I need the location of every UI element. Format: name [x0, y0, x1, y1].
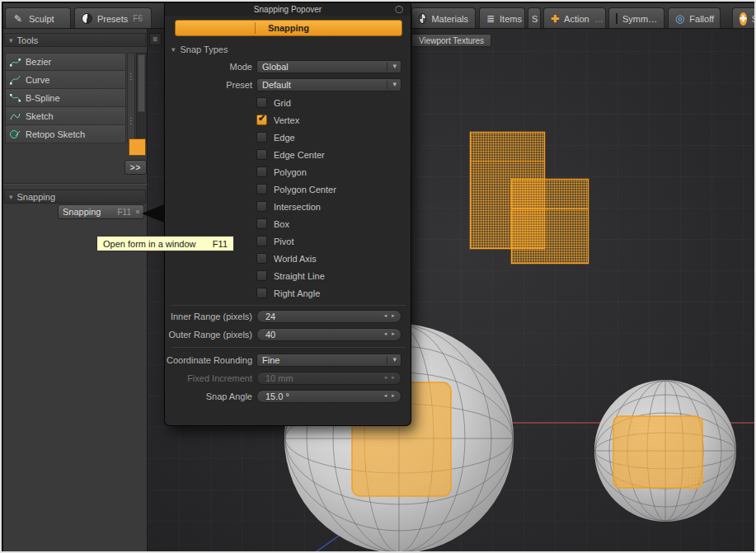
selected-cube-front[interactable]: [511, 179, 589, 264]
checkbox-label: Pivot: [274, 237, 293, 246]
tools-section-header[interactable]: ▾ Tools: [4, 33, 146, 47]
tab-materials-label: Materials: [431, 14, 468, 24]
tab-items[interactable]: ≣ Items: [479, 7, 525, 29]
coordinate-rounding-label: Coordinate Rounding: [165, 354, 252, 367]
selected-faces-small-sphere[interactable]: [613, 416, 702, 488]
expand-panel-button[interactable]: >>: [124, 160, 147, 175]
checkbox-label: Edge Center: [274, 150, 325, 160]
tool-item-bspline[interactable]: B-Spline: [5, 89, 126, 107]
checkbox-straight-line[interactable]: ✔: [256, 270, 267, 281]
checkbox-polygon[interactable]: ✔: [256, 166, 267, 177]
snap-type-row-box: ✔ Box: [256, 218, 289, 230]
symmetry-icon: [616, 13, 617, 24]
checkbox-label: Polygon Center: [274, 185, 336, 194]
snapping-popup-button[interactable]: Snapping F11: [58, 204, 144, 219]
items-list-icon: ≣: [486, 13, 495, 25]
snapping-toggle-button[interactable]: Snapping: [175, 20, 402, 36]
curve-icon: [10, 74, 21, 85]
mode-value: Global: [262, 62, 289, 72]
tool-item-label: Sketch: [26, 111, 54, 121]
snap-angle-field[interactable]: 15.0 ° ◄ ►: [256, 390, 401, 403]
tab-presets[interactable]: Presets F6: [74, 7, 152, 29]
snapping-popover: Snapping Popover ◯ Snapping ▾ Snap Types…: [164, 3, 411, 426]
cube-edge-line: [471, 161, 544, 162]
snapping-section-header[interactable]: ▾ Snapping: [4, 190, 146, 204]
mode-label: Mode: [165, 60, 252, 73]
active-color-swatch[interactable]: [129, 138, 146, 156]
tab-fragment-right[interactable]: ✚ S: [732, 7, 756, 29]
popover-divider: [171, 305, 406, 306]
preset-label: Preset: [165, 78, 252, 91]
tooltip-shortcut: F11: [213, 239, 228, 249]
sphere-mesh-small[interactable]: [594, 379, 737, 523]
checkbox-polygon-center[interactable]: ✔: [256, 184, 267, 194]
tool-item-retopo-sketch[interactable]: Retopo Sketch: [5, 125, 126, 143]
collapse-arrow-icon: ▾: [9, 193, 13, 201]
preset-sphere-icon: [82, 13, 92, 24]
outer-range-field[interactable]: 40 ◄ ►: [256, 328, 401, 341]
snap-type-row-vertex: ✔ Vertex: [256, 114, 299, 126]
chevron-down-icon: ▾: [392, 80, 397, 88]
chevron-down-icon: ▾: [392, 355, 397, 363]
mode-dropdown[interactable]: Global ▾: [256, 60, 401, 73]
coordinate-rounding-dropdown[interactable]: Fine ▾: [256, 354, 401, 367]
checkbox-pivot[interactable]: ✔: [256, 236, 267, 246]
snap-type-row-polygon: ✔ Polygon: [256, 166, 307, 178]
tab-action-suffix: …: [594, 14, 603, 24]
tool-item-curve[interactable]: Curve: [5, 71, 126, 89]
tab-action[interactable]: ✚ Action …: [543, 7, 606, 29]
checkbox-label: Box: [274, 219, 289, 229]
tool-item-sketch[interactable]: Sketch: [5, 107, 126, 125]
tab-falloff[interactable]: ◎ Falloff: [668, 7, 721, 29]
tools-header-label: Tools: [17, 35, 39, 45]
tab-presets-label: Presets: [97, 14, 128, 24]
checkbox-edge[interactable]: ✔: [256, 132, 267, 143]
snapping-header-label: Snapping: [17, 192, 56, 202]
tool-list-scrollbar[interactable]: [136, 53, 147, 143]
tab-materials[interactable]: Materials: [411, 7, 476, 29]
tab-items-label: Items: [500, 14, 522, 24]
tab-sculpt[interactable]: ✎ Sculpt: [5, 7, 71, 29]
tab-symmetry-label: Symm…: [622, 14, 657, 24]
snap-type-row-intersection: ✔ Intersection: [256, 200, 321, 213]
checkbox-vertex[interactable]: ✔: [256, 115, 267, 125]
stepper-arrows-icon[interactable]: ◄ ►: [383, 393, 397, 398]
scrollbar-thumb[interactable]: [138, 54, 145, 112]
snap-type-row-edge-center: ✔ Edge Center: [256, 148, 325, 161]
checkbox-label: Intersection: [274, 202, 321, 212]
checkbox-grid[interactable]: ✔: [256, 97, 267, 108]
bezier-icon: [10, 57, 21, 68]
inner-range-label: Inner Range (pixels): [165, 310, 252, 323]
left-panel: ▾ Tools Bezier Curve B-Spline Sketch: [3, 29, 148, 553]
pen-icon: ✎: [12, 13, 24, 25]
stepper-arrows-icon[interactable]: ◄ ►: [383, 313, 397, 318]
popover-title: Snapping Popover: [165, 3, 411, 16]
fixed-increment-value: 10 mm: [265, 373, 293, 383]
checkbox-label: Vertex: [274, 115, 299, 125]
popover-pin-icon[interactable]: ◯: [395, 5, 403, 14]
stepper-arrows-icon[interactable]: ◄ ►: [383, 331, 397, 336]
popup-handle-icon: [136, 210, 139, 213]
tool-item-bezier[interactable]: Bezier: [5, 53, 126, 71]
viewport-textures-button[interactable]: Viewport Textures: [411, 34, 491, 47]
tool-list-grip[interactable]: ⋮ ⋮: [127, 53, 135, 143]
tab-symmetry[interactable]: Symm…: [608, 7, 664, 29]
tab-fragment-s[interactable]: S: [528, 7, 541, 29]
snap-type-row-world-axis: ✔ World Axis: [256, 252, 317, 265]
inner-range-field[interactable]: 24 ◄ ►: [256, 310, 401, 323]
checkbox-box[interactable]: ✔: [256, 218, 267, 229]
preset-dropdown[interactable]: Default ▾: [256, 78, 401, 91]
collapse-arrow-icon: ▾: [9, 36, 13, 45]
snap-types-header[interactable]: ▾ Snap Types: [171, 45, 228, 54]
checkbox-intersection[interactable]: ✔: [256, 201, 267, 212]
tooltip-text: Open form in a window: [103, 239, 196, 249]
viewport-menu-icon[interactable]: ≡: [149, 33, 162, 45]
checkbox-world-axis[interactable]: ✔: [256, 253, 267, 264]
orange-plus-icon: ✚: [740, 12, 747, 26]
snapping-button-shortcut: F11: [118, 208, 132, 217]
checkbox-edge-center[interactable]: ✔: [256, 149, 267, 160]
tool-item-label: Retopo Sketch: [26, 129, 85, 139]
tab-sculpt-label: Sculpt: [29, 14, 54, 24]
checkbox-right-angle[interactable]: ✔: [256, 288, 267, 298]
falloff-icon: ◎: [675, 13, 684, 25]
